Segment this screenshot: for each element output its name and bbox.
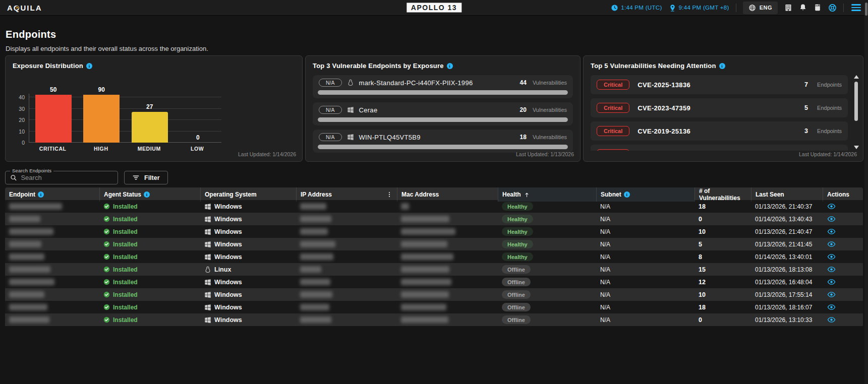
health-badge: Offline	[502, 303, 531, 311]
cell-vulnerability-count: 0	[695, 313, 751, 326]
endpoint-name-redacted	[9, 216, 40, 222]
list-scrollbar-thumb[interactable]	[854, 82, 858, 121]
column-header-subnet[interactable]: Subnet	[596, 187, 695, 202]
column-header-last-seen[interactable]: Last Seen	[751, 187, 823, 202]
installed-check-icon-wrap	[103, 266, 110, 273]
info-icon[interactable]	[447, 63, 453, 69]
cell-health: Healthy	[498, 200, 596, 213]
windows-os-icon	[347, 134, 354, 141]
vulnerability-count-label: Vulnerabilities	[533, 107, 567, 113]
cell-operating-system: Windows	[200, 213, 296, 225]
cell-subnet: N/A	[596, 238, 695, 250]
os-label: Windows	[214, 253, 242, 261]
organization-button[interactable]	[784, 4, 792, 12]
support-icon	[828, 4, 837, 12]
column-header-actions[interactable]: Actions	[823, 187, 863, 202]
vulnerability-item: CriticalCVE-2019-251363Endpoints	[591, 121, 848, 141]
top-vulnerabilities-title-text: Top 5 Vulnerabilities Needing Attention	[591, 62, 716, 70]
column-header-operating-system[interactable]: Operating System	[200, 187, 296, 202]
windows-icon	[204, 228, 211, 235]
linux-os-icon	[347, 79, 354, 86]
chart-x-tick-label: MEDIUM	[125, 146, 173, 152]
search-endpoints-field[interactable]: Search Endpoints	[5, 171, 118, 184]
cell-agent-status: Installed	[99, 238, 200, 250]
health-badge: Offline	[502, 315, 531, 324]
info-icon[interactable]	[38, 191, 44, 198]
health-badge: Healthy	[502, 202, 533, 211]
installed-check-icon-wrap	[103, 291, 110, 298]
column-header-ip-address[interactable]: IP Address	[296, 187, 397, 202]
cell-endpoint	[5, 288, 99, 301]
chart-bar-value: 50	[35, 86, 72, 93]
column-menu-button[interactable]	[386, 190, 393, 199]
eye-icon	[827, 240, 836, 248]
view-details-button[interactable]	[827, 252, 836, 262]
top-vulnerabilities-last-updated: Last Updated: 1/14/2026	[799, 151, 857, 157]
column-header-endpoint[interactable]: Endpoint	[5, 187, 99, 202]
cell-health: Offline	[498, 301, 596, 313]
language-button[interactable]: ENG	[743, 2, 778, 14]
scroll-down-icon[interactable]	[854, 146, 859, 149]
info-icon[interactable]	[86, 63, 92, 69]
ip-address-redacted	[300, 304, 329, 310]
table-row: InstalledWindowsOfflineN/A1201/13/2026, …	[5, 276, 863, 288]
view-details-button[interactable]	[827, 277, 836, 287]
view-details-button[interactable]	[827, 302, 836, 312]
page-scrollbar[interactable]	[864, 0, 868, 384]
installed-check-icon	[103, 316, 110, 323]
info-icon[interactable]	[144, 191, 150, 198]
view-details-button[interactable]	[827, 315, 836, 325]
cell-subnet: N/A	[596, 213, 695, 225]
table-row: InstalledWindowsHealthyN/A001/14/2026, 1…	[5, 213, 863, 225]
cell-agent-status: Installed	[99, 313, 200, 326]
installed-check-icon-wrap	[103, 241, 110, 247]
support-button[interactable]	[828, 4, 837, 12]
view-details-button[interactable]	[827, 227, 836, 236]
agent-status-label: Installed	[113, 279, 138, 286]
os-label: Windows	[214, 241, 242, 248]
search-field-label: Search Endpoints	[10, 168, 53, 173]
menu-button[interactable]	[850, 3, 862, 12]
exposure-progress-bar	[318, 90, 568, 95]
column-menu-icon	[386, 190, 393, 199]
topbar-right-cluster: 1:44 PM (UTC) 9:44 PM (GMT +8) ENG	[611, 2, 862, 14]
cell-agent-status: Installed	[99, 263, 200, 276]
page-scrollbar-thumb[interactable]	[865, 3, 867, 16]
ip-address-redacted	[300, 216, 331, 222]
cell-actions	[823, 263, 863, 276]
cell-vulnerability-count: 10	[695, 225, 751, 238]
view-details-button[interactable]	[827, 239, 836, 249]
column-header-agent-status[interactable]: Agent Status	[99, 187, 200, 202]
menu-icon	[851, 4, 861, 6]
notifications-button[interactable]	[799, 4, 807, 12]
view-details-button[interactable]	[827, 214, 836, 224]
summary-cards: Exposure Distribution 010203040 5090270 …	[5, 55, 863, 162]
info-icon[interactable]	[624, 191, 630, 198]
severity-badge: Critical	[597, 149, 629, 151]
list-scrollbar[interactable]	[853, 75, 859, 149]
ip-address-redacted	[300, 266, 321, 273]
column-header-mac-address[interactable]: Mac Address	[397, 187, 498, 202]
exposure-card-title-text: Exposure Distribution	[13, 62, 83, 70]
filter-button[interactable]: Filter	[124, 171, 168, 184]
cell-ip-address	[296, 200, 397, 213]
vulnerability-count-label: Vulnerabilities	[533, 134, 567, 140]
search-input[interactable]	[21, 174, 113, 181]
endpoints-table: EndpointAgent StatusOperating SystemIP A…	[5, 187, 863, 326]
column-header--of-vulnerabilities[interactable]: # of Vulnerabilities	[695, 187, 751, 202]
info-icon[interactable]	[719, 63, 725, 69]
ip-address-redacted	[300, 291, 332, 298]
endpoint-name-redacted	[9, 203, 62, 210]
view-details-button[interactable]	[827, 290, 836, 299]
view-details-button[interactable]	[827, 202, 836, 211]
vulnerable-endpoint-row: N/ACerae20Vulnerabilities	[319, 106, 567, 114]
endpoint-name: WIN-PTLQ45VT5B9	[359, 134, 421, 141]
column-header-health[interactable]: Health	[498, 187, 596, 202]
cell-subnet: N/A	[596, 250, 695, 263]
scroll-up-icon[interactable]	[854, 75, 859, 79]
view-details-button[interactable]	[827, 265, 836, 274]
docs-button[interactable]	[814, 4, 822, 12]
windows-icon	[204, 291, 211, 298]
cell-mac-address	[397, 213, 498, 225]
cell-endpoint	[5, 200, 99, 213]
